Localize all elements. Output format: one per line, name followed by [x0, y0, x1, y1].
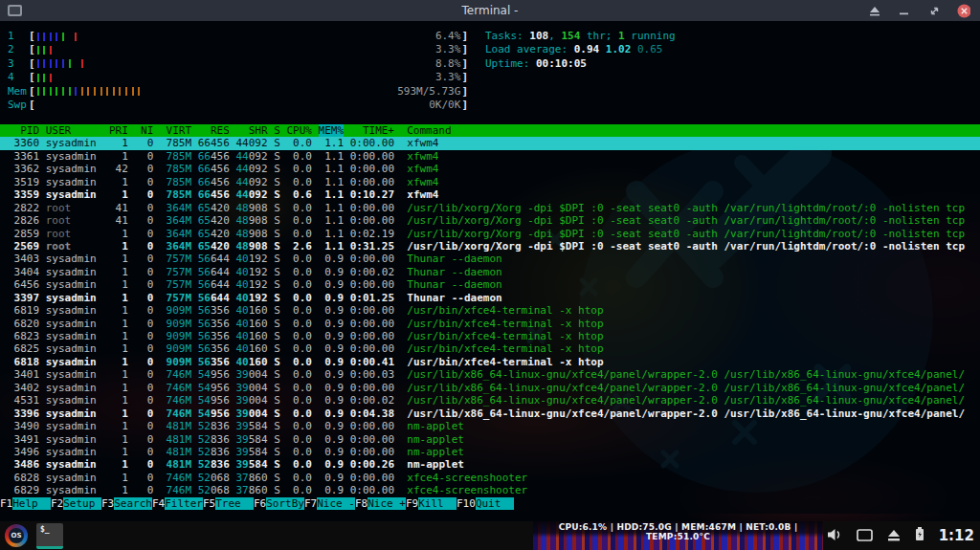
- meter-1: 1[6.4%]: [8, 30, 468, 43]
- process-row-6818[interactable]: 6818 sysadmin 1 0 909M 56356 40160 S 0.0…: [0, 356, 980, 368]
- terminal-icon: $_: [36, 523, 63, 534]
- fkey-f1[interactable]: F1Help: [0, 497, 51, 510]
- process-row-6829[interactable]: 6829 sysadmin 1 0 746M 52068 37860 S 0.0…: [0, 484, 980, 496]
- htop-meters: 1[6.4%]2[3.3%]3[8.8%]4[3.3%]Mem[593M/5.7…: [8, 30, 468, 112]
- htop-sysinfo: Tasks: 108, 154 thr; 1 runningLoad avera…: [485, 30, 676, 71]
- process-row-6828[interactable]: 6828 sysadmin 1 0 746M 52068 37860 S 0.0…: [0, 472, 980, 484]
- fkey-f3[interactable]: F3Search: [101, 497, 152, 510]
- meter-3: 3[8.8%]: [8, 57, 468, 71]
- process-row-6819[interactable]: 6819 sysadmin 1 0 909M 56356 40160 S 0.0…: [0, 304, 980, 317]
- process-row-3396[interactable]: 3396 sysadmin 1 0 746M 54956 39004 S 0.0…: [0, 407, 980, 420]
- display-icon[interactable]: [857, 527, 873, 545]
- process-row-6823[interactable]: 6823 sysadmin 1 0 909M 56356 40160 S 0.0…: [0, 330, 980, 342]
- process-row-6825[interactable]: 6825 sysadmin 1 0 909M 56356 40160 S 0.0…: [0, 342, 980, 355]
- fkey-f5[interactable]: F5Tree: [203, 497, 254, 510]
- htop-function-bar: F1Help F2Setup F3SearchF4FilterF5Tree F6…: [0, 497, 980, 511]
- process-row-3486[interactable]: 3486 sysadmin 1 0 481M 52836 39584 S 0.0…: [0, 458, 980, 471]
- window-titlebar: Terminal -: [0, 0, 980, 21]
- process-row-3491[interactable]: 3491 sysadmin 1 0 481M 52836 39584 S 0.0…: [0, 433, 980, 446]
- terminal-window[interactable]: 1[6.4%]2[3.3%]3[8.8%]4[3.3%]Mem[593M/5.7…: [0, 21, 980, 514]
- battery-icon[interactable]: [915, 527, 924, 545]
- meter-2: 2[3.3%]: [8, 43, 468, 56]
- terminal-app-icon: [8, 5, 22, 16]
- load-average-line: Load average: 0.94 1.02 0.65: [485, 43, 676, 56]
- process-row-2826[interactable]: 2826 root 41 0 364M 65420 48908 S 0.0 1.…: [0, 214, 980, 227]
- shade-window-icon[interactable]: [868, 4, 881, 17]
- process-row-3402[interactable]: 3402 sysadmin 1 0 746M 54956 39004 S 0.0…: [0, 382, 980, 394]
- process-row-3362[interactable]: 3362 sysadmin 42 0 785M 66456 44092 S 0.…: [0, 163, 980, 175]
- fkey-f2[interactable]: F2Setup: [51, 497, 101, 510]
- fkey-f7[interactable]: F7Nice -: [304, 497, 355, 510]
- close-window-icon[interactable]: [957, 4, 970, 17]
- tasks-line: Tasks: 108, 154 thr; 1 running: [485, 30, 676, 43]
- taskbar: OS $_ CPU:6.1% | HDD:75.0G | MEM:467M | …: [0, 521, 980, 550]
- column-mem-sort[interactable]: MEM%: [319, 124, 345, 137]
- process-row-6820[interactable]: 6820 sysadmin 1 0 909M 56356 40160 S 0.0…: [0, 318, 980, 330]
- process-row-6456[interactable]: 6456 sysadmin 1 0 757M 56644 40192 S 0.0…: [0, 278, 980, 291]
- process-row-3519[interactable]: 3519 sysadmin 1 0 785M 66456 44092 S 0.0…: [0, 176, 980, 188]
- uptime-line: Uptime: 00:10:05: [485, 57, 676, 71]
- system-tray: 1:12: [827, 521, 974, 550]
- process-row-3361[interactable]: 3361 sysadmin 1 0 785M 66456 44092 S 0.0…: [0, 150, 980, 163]
- table-header[interactable]: PID USER PRI NI VIRT RES SHR S CPU% MEM%…: [0, 124, 980, 137]
- process-row-3496[interactable]: 3496 sysadmin 1 0 481M 52836 39584 S 0.0…: [0, 446, 980, 458]
- system-monitor-plugin: CPU:6.1% | HDD:75.0G | MEM:467M | NET:0.…: [533, 521, 823, 550]
- eject-icon[interactable]: [887, 527, 901, 545]
- process-row-3403[interactable]: 3403 sysadmin 1 0 757M 56644 40192 S 0.0…: [0, 253, 980, 265]
- process-row-3360[interactable]: 3360 sysadmin 1 0 785M 66456 44092 S 0.0…: [0, 137, 980, 149]
- fkey-f9[interactable]: F9Kill: [406, 497, 457, 510]
- screen: Terminal - 1[6.4%]2[3.3%]3[8.8%]4[3.3%]M…: [0, 0, 980, 550]
- process-row-3490[interactable]: 3490 sysadmin 1 0 481M 52836 39584 S 0.0…: [0, 420, 980, 432]
- process-row-2569[interactable]: 2569 root 1 0 364M 65420 48908 S 2.6 1.1…: [0, 240, 980, 253]
- os-logo-icon: OS: [9, 528, 24, 543]
- window-title: Terminal -: [0, 4, 980, 17]
- fkey-f8[interactable]: F8Nice +: [355, 497, 406, 510]
- process-row-4531[interactable]: 4531 sysadmin 1 0 746M 54956 39004 S 0.0…: [0, 394, 980, 407]
- process-row-2822[interactable]: 2822 root 41 0 364M 65420 48908 S 0.0 1.…: [0, 202, 980, 214]
- htop-process-table: PID USER PRI NI VIRT RES SHR S CPU% MEM%…: [0, 124, 980, 497]
- maximize-window-icon[interactable]: [927, 4, 941, 17]
- os-menu-button[interactable]: OS: [5, 524, 28, 547]
- process-row-3397[interactable]: 3397 sysadmin 1 0 757M 56644 40192 S 0.0…: [0, 292, 980, 304]
- process-row-3401[interactable]: 3401 sysadmin 1 0 746M 54956 39004 S 0.0…: [0, 368, 980, 381]
- meter-mem: Mem[593M/5.73G]: [8, 85, 468, 99]
- minimize-window-icon[interactable]: [898, 4, 911, 17]
- system-monitor-text: CPU:6.1% | HDD:75.0G | MEM:467M | NET:0.…: [533, 522, 823, 541]
- taskbar-app-terminal[interactable]: $_: [36, 523, 63, 549]
- fkey-f6[interactable]: F6SortBy: [254, 497, 304, 510]
- volume-icon[interactable]: [827, 527, 842, 545]
- meter-swp: Swp[0K/0K]: [8, 99, 468, 112]
- meter-4: 4[3.3%]: [8, 71, 468, 84]
- fkey-f4[interactable]: F4Filter: [152, 497, 203, 510]
- clock[interactable]: 1:12: [939, 527, 974, 544]
- fkey-f10[interactable]: F10Quit: [457, 497, 514, 510]
- process-row-2859[interactable]: 2859 root 1 0 364M 65420 48908 S 0.0 1.1…: [0, 228, 980, 240]
- process-row-3404[interactable]: 3404 sysadmin 1 0 757M 56644 40192 S 0.0…: [0, 266, 980, 278]
- process-row-3359[interactable]: 3359 sysadmin 1 0 785M 66456 44092 S 0.6…: [0, 188, 980, 201]
